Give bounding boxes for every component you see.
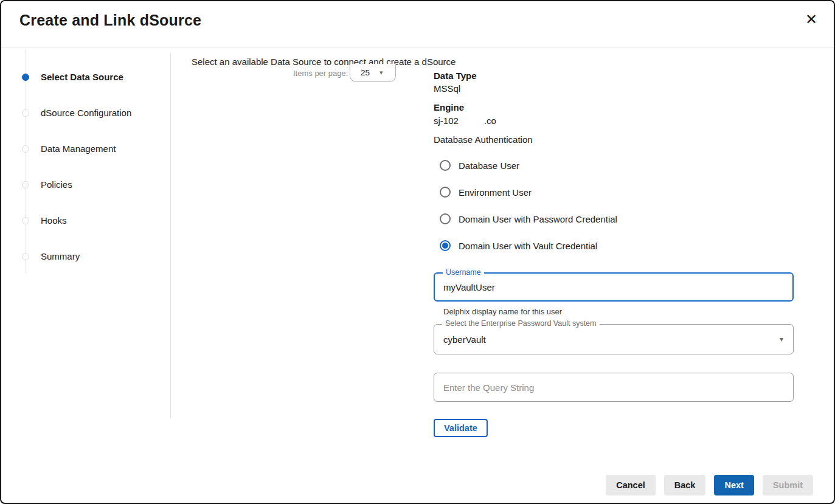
step-dot [22,181,29,188]
engine-label: Engine [434,102,464,112]
radio-unselected-icon [440,187,451,198]
create-and-link-dsource-dialog: Create and Link dSource ✕ Select Data So… [0,0,835,504]
chevron-down-icon: ▾ [379,69,383,77]
data-type-label: Data Type [434,71,477,81]
back-button[interactable]: Back [664,475,706,495]
validate-button[interactable]: Validate [434,419,488,437]
radio-label: Domain User with Vault Credential [459,241,597,251]
step-dot [22,217,29,224]
radio-domain-user-password-credential[interactable]: Domain User with Password Credential [434,205,794,232]
auth-radio-group: Database User Environment User Domain Us… [434,152,794,259]
step-dot [22,109,29,117]
dialog-footer-actions: Cancel Back Next Submit [606,475,813,495]
radio-selected-icon [440,240,451,251]
stepper-step-select-data-source[interactable]: Select Data Source [1,59,170,95]
submit-button[interactable]: Submit [763,475,813,495]
radio-domain-user-vault-credential[interactable]: Domain User with Vault Credential [434,232,794,259]
step-label: Hooks [41,215,67,226]
username-field-wrapper: Username [434,272,794,302]
sidebar-divider [170,53,171,418]
engine-value-suffix: .co [484,116,496,126]
step-label: Summary [41,251,80,261]
radio-environment-user[interactable]: Environment User [434,179,794,205]
page-instruction: Select an available Data Source to conne… [192,57,456,67]
stepper-step-policies[interactable]: Policies [1,167,170,202]
step-dot-active [22,74,29,81]
step-label: Policies [41,179,72,190]
query-string-input[interactable] [443,373,784,401]
database-authentication-label: Database Authentication [434,134,533,145]
username-input[interactable] [443,274,784,300]
vault-select-value: cyberVault [443,334,486,345]
radio-database-user[interactable]: Database User [434,152,794,179]
next-button[interactable]: Next [714,475,754,495]
step-dot [22,253,29,260]
engine-value-prefix: sj-102 [434,116,459,126]
radio-label: Environment User [459,187,532,198]
step-label: Select Data Source [41,72,123,82]
cancel-button[interactable]: Cancel [606,475,656,495]
chevron-down-icon: ▾ [780,335,783,343]
stepper-step-data-management[interactable]: Data Management [1,131,170,167]
step-dot [22,145,29,153]
vault-system-select[interactable]: Select the Enterprise Password Vault sys… [434,324,794,354]
dialog-header: Create and Link dSource ✕ [1,1,834,47]
wizard-stepper: Select Data Source dSource Configuration… [1,59,170,274]
stepper-step-hooks[interactable]: Hooks [1,202,170,238]
dialog-title: Create and Link dSource [19,12,201,29]
data-type-value: MSSql [434,83,460,94]
items-per-page-label: Items per page: [293,69,348,78]
engine-value: sj-102.co [434,116,496,126]
stepper-step-summary[interactable]: Summary [1,238,170,274]
items-per-page-select[interactable]: 25 ▾ [350,64,396,82]
radio-unselected-icon [440,213,451,224]
username-helper-text: Delphix display name for this user [443,307,562,316]
step-label: dSource Configuration [41,108,131,118]
vault-select-label: Select the Enterprise Password Vault sys… [442,319,600,328]
step-label: Data Management [41,143,116,154]
radio-label: Domain User with Password Credential [459,214,617,224]
radio-unselected-icon [440,160,451,171]
query-string-field-wrapper [434,373,794,402]
close-icon[interactable]: ✕ [802,10,821,29]
radio-label: Database User [459,161,519,171]
stepper-step-dsource-configuration[interactable]: dSource Configuration [1,95,170,131]
items-per-page-value: 25 [361,68,370,77]
